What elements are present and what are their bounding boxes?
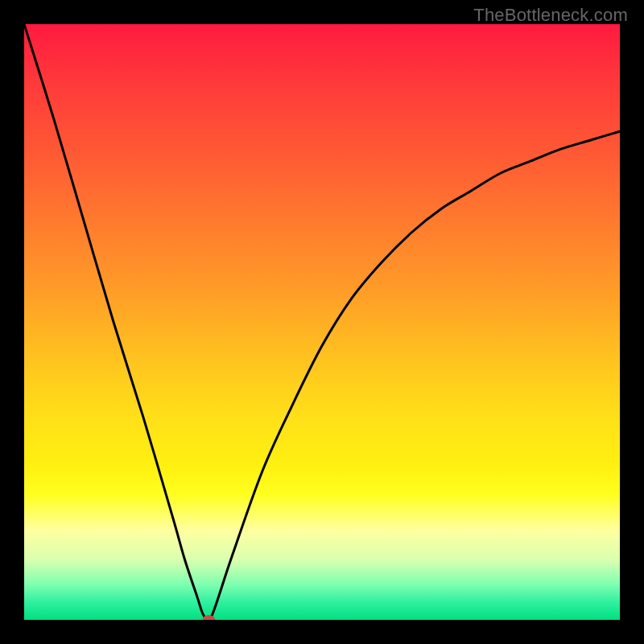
bottleneck-curve [24, 24, 620, 620]
curve-path [24, 24, 620, 620]
chart-stage: TheBottleneck.com [0, 0, 644, 644]
watermark-text: TheBottleneck.com [473, 5, 628, 26]
plot-area [24, 24, 620, 620]
